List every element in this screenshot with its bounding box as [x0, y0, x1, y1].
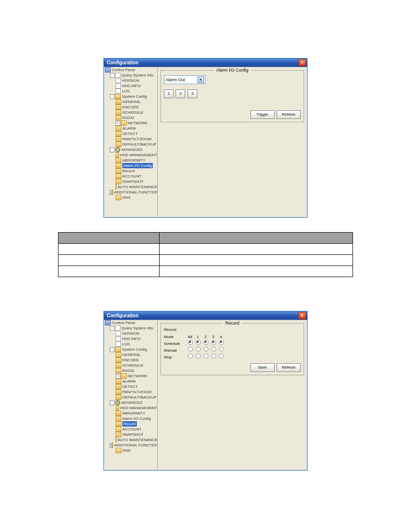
folder-icon — [115, 347, 121, 352]
tree-hddmgmt[interactable]: HDD MANAGEMENT — [104, 405, 157, 411]
tree-root[interactable]: Control Panel — [104, 320, 157, 325]
tree-log[interactable]: LOG — [104, 89, 157, 94]
tree-alarm[interactable]: ALARM — [104, 126, 157, 131]
alarm-io-group: Alarm I/O Config Alarm Out ▾ 1 2 3 Trigg… — [161, 70, 304, 122]
tree-detect[interactable]: DETECT — [104, 384, 157, 389]
group-title: Alarm I/O Config — [213, 68, 251, 73]
radio-schedule-all[interactable] — [188, 340, 193, 345]
tree-network[interactable]: +NETWORK — [104, 373, 157, 379]
tree-syscfg[interactable]: -System Config — [104, 347, 157, 352]
channel-2-button[interactable]: 2 — [176, 89, 185, 98]
save-button[interactable]: Save — [250, 363, 275, 372]
tree-rs232[interactable]: RS232 — [104, 368, 157, 373]
tree-hddinfo[interactable]: HDD INFO — [104, 336, 157, 341]
tree-encode[interactable]: ENCODE — [104, 104, 157, 110]
tree-automaint[interactable]: AUTO MAINTENANCE — [104, 437, 157, 443]
collapse-icon[interactable]: - — [110, 347, 115, 352]
folder-icon — [116, 389, 121, 395]
tree-detect[interactable]: DETECT — [104, 131, 157, 136]
tree-version[interactable]: VERSION — [104, 78, 157, 83]
folder-icon — [116, 195, 121, 200]
col-1: 1 — [194, 334, 202, 340]
tree-hddinfo[interactable]: HDD INFO — [104, 83, 157, 89]
tree-general[interactable]: GENERAL — [104, 99, 157, 104]
tree-record-sel[interactable]: Record — [104, 421, 157, 427]
tree-dns[interactable]: DNS — [104, 448, 157, 453]
collapse-icon[interactable]: - — [110, 73, 115, 78]
tree-defbak[interactable]: DEFAULT/BACKUP — [104, 142, 157, 147]
collapse-icon[interactable]: - — [110, 443, 112, 448]
expand-icon[interactable]: + — [116, 374, 120, 379]
tree-query[interactable]: -Query System Info — [104, 325, 157, 331]
panel-icon — [105, 320, 111, 325]
trigger-button[interactable]: Trigger — [250, 110, 275, 119]
radio-manual-all[interactable] — [188, 347, 193, 352]
collapse-icon[interactable]: - — [110, 400, 115, 405]
expand-icon[interactable]: + — [116, 121, 120, 126]
radio-schedule-1[interactable] — [196, 340, 201, 345]
folder-icon — [116, 432, 121, 437]
collapse-icon[interactable]: - — [110, 148, 115, 152]
folder-icon — [121, 120, 127, 126]
refresh-button[interactable]: Refresh — [277, 110, 301, 119]
tree-defbak[interactable]: DEFAULT/BACKUP — [104, 395, 157, 400]
radio-schedule-4[interactable] — [219, 340, 224, 345]
tree-encode[interactable]: ENCODE — [104, 357, 157, 363]
tree-log[interactable]: LOG — [104, 341, 157, 347]
close-icon[interactable]: × — [298, 312, 306, 319]
radio-stop-3[interactable] — [211, 354, 216, 358]
channel-1-button[interactable]: 1 — [164, 89, 174, 98]
tree-abnormity[interactable]: ABNORMITY — [104, 158, 157, 163]
titlebar[interactable]: Configuration × — [104, 59, 307, 67]
table-cell — [160, 266, 353, 277]
tree-account[interactable]: ACCOUNT — [104, 174, 157, 179]
tree-hddmgmt[interactable]: HDD MANAGEMENT — [104, 152, 157, 158]
radio-manual-4[interactable] — [219, 347, 224, 352]
radio-stop-2[interactable] — [204, 354, 208, 358]
collapse-icon[interactable]: - — [110, 326, 115, 331]
tree-query[interactable]: -Query System Info — [104, 73, 157, 78]
close-icon[interactable]: × — [298, 59, 306, 66]
tree-abnormity[interactable]: ABNORMITY — [104, 411, 157, 416]
folder-icon — [112, 443, 113, 448]
tree-addfunc[interactable]: -ADDITIONAL FUNCTION — [104, 443, 157, 448]
tree-syscfg[interactable]: -System Config — [104, 94, 157, 99]
radio-stop-1[interactable] — [196, 354, 201, 358]
tree-account[interactable]: ACCOUNT — [104, 427, 157, 432]
tree-record[interactable]: Record — [104, 168, 157, 174]
tree-network[interactable]: +NETWORK — [104, 120, 157, 126]
tree-automaint[interactable]: AUTO MAINTENANCE — [104, 184, 157, 190]
tree-snapshot[interactable]: SNAPSHOT — [104, 432, 157, 437]
folder-icon — [112, 190, 113, 195]
collapse-icon[interactable]: - — [110, 94, 115, 99]
tree-alarm[interactable]: ALARM — [104, 379, 157, 384]
radio-stop-4[interactable] — [219, 354, 224, 358]
channel-3-button[interactable]: 3 — [188, 89, 197, 98]
tree-ptz[interactable]: PAN/TILT/ZOOM — [104, 136, 157, 142]
titlebar[interactable]: Configuration × — [104, 311, 307, 320]
tree-rs232[interactable]: RS232 — [104, 115, 157, 120]
folder-icon — [116, 437, 117, 443]
tree-schedule[interactable]: SCHEDULE — [104, 363, 157, 368]
alarm-out-select[interactable]: Alarm Out ▾ — [164, 75, 206, 84]
tree-alarmio[interactable]: Alarm I/O Config — [104, 416, 157, 421]
tree-ptz[interactable]: PAN/TILT/ZOOM — [104, 389, 157, 395]
tree-advanced[interactable]: -ADVANCED — [104, 400, 157, 405]
tree-dns[interactable]: DNS — [104, 195, 157, 200]
radio-schedule-3[interactable] — [211, 340, 216, 345]
radio-manual-1[interactable] — [196, 347, 201, 352]
radio-schedule-2[interactable] — [204, 340, 208, 345]
tree-general[interactable]: GENERAL — [104, 352, 157, 357]
tree-version[interactable]: VERSION — [104, 331, 157, 336]
collapse-icon[interactable]: - — [110, 190, 112, 195]
tree-advanced[interactable]: -ADVANCED — [104, 147, 157, 152]
radio-stop-all[interactable] — [188, 354, 193, 358]
radio-manual-2[interactable] — [204, 347, 208, 352]
tree-alarmio-sel[interactable]: Alarm I/O Config — [104, 163, 157, 168]
tree-addfunc[interactable]: -ADDITIONAL FUNCTION — [104, 190, 157, 195]
radio-manual-3[interactable] — [211, 347, 216, 352]
tree-snapshot[interactable]: SNAPSHOT — [104, 179, 157, 184]
refresh-button[interactable]: Refresh — [277, 363, 301, 372]
tree-schedule[interactable]: SCHEDULE — [104, 110, 157, 115]
tree-root[interactable]: Control Panel — [104, 67, 157, 73]
